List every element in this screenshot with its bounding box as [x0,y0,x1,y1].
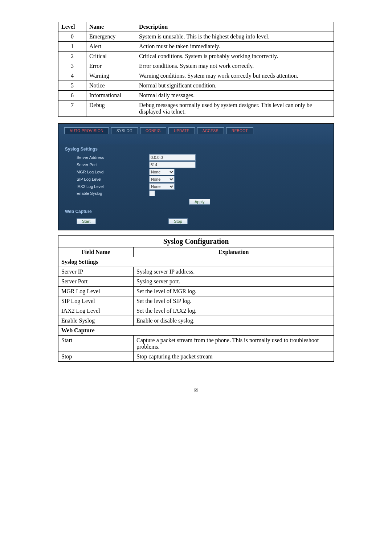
th-explanation: Explanation [134,247,334,257]
config-title: Syslog Configuration [58,236,334,247]
input-server-address[interactable] [149,154,196,161]
start-button[interactable]: Start [77,218,96,224]
table-row: Server IPSyslog server IP address. [58,267,334,277]
label-sip-log-level: SIP Log Level [77,177,149,181]
table-row: 3ErrorError conditions. System may not w… [58,61,334,71]
table-row: 6InformationalNormal daily messages. [58,91,334,100]
th-desc: Description [136,22,334,32]
th-name: Name [86,22,136,32]
debug-levels-table: Level Name Description 0EmergencySystem … [58,22,334,117]
table-row: StartCapture a packet stream from the ph… [58,336,334,352]
table-row: SIP Log LevelSet the level of SIP log. [58,296,334,306]
table-row: 1AlertAction must be taken immediately. [58,42,334,52]
stop-button[interactable]: Stop [168,218,188,224]
label-iax2-log-level: IAX2 Log Level [77,184,149,189]
table-row: 7DebugDebug messages normally used by sy… [58,100,334,117]
table-row: IAX2 Log LevelSet the level of IAX2 log. [58,306,334,316]
apply-button[interactable]: Apply [189,199,210,205]
th-level: Level [58,22,86,32]
tab-bar: AUTO PROVISION SYSLOG CONFIG UPDATE ACCE… [58,124,334,144]
section-web-capture: Web Capture [58,326,334,336]
table-row: 0EmergencySystem is unusable. This is th… [58,32,334,42]
th-field-name: Field Name [58,247,134,257]
input-server-port[interactable] [149,161,196,168]
tab-access[interactable]: ACCESS [197,127,224,134]
table-row: MGR Log LevelSet the level of MGR log. [58,287,334,296]
section-syslog-settings: Syslog Settings [58,257,334,267]
table-row: 4WarningWarning conditions. System may w… [58,71,334,81]
tab-auto-provision[interactable]: AUTO PROVISION [64,127,109,134]
tab-config[interactable]: CONFIG [140,127,166,134]
label-server-address: Server Address [77,155,149,160]
select-mgr-log-level[interactable]: None [149,169,175,175]
label-server-port: Server Port [77,163,149,167]
tab-reboot[interactable]: REBOOT [226,127,253,134]
web-capture-heading: Web Capture [58,207,334,216]
label-enable-syslog: Enable Syslog [77,191,149,196]
syslog-config-table: Syslog Configuration Field Name Explanat… [58,235,334,362]
tab-syslog[interactable]: SYSLOG [111,127,138,134]
syslog-settings-heading: Syslog Settings [58,144,334,154]
checkbox-enable-syslog[interactable] [149,190,155,196]
select-sip-log-level[interactable]: None [149,176,175,182]
tab-update[interactable]: UPDATE [168,127,195,134]
table-row: 2CriticalCritical conditions. System is … [58,52,334,61]
table-row: Enable SyslogEnable or disable syslog. [58,316,334,326]
table-row: 5NoticeNormal but significant condition. [58,81,334,91]
page-number: 69 [58,387,334,393]
label-mgr-log-level: MGR Log Level [77,170,149,174]
syslog-screenshot: AUTO PROVISION SYSLOG CONFIG UPDATE ACCE… [58,123,334,230]
table-row: StopStop capturing the packet stream [58,352,334,362]
select-iax2-log-level[interactable]: None [149,183,175,190]
table-row: Server PortSyslog server port. [58,277,334,287]
